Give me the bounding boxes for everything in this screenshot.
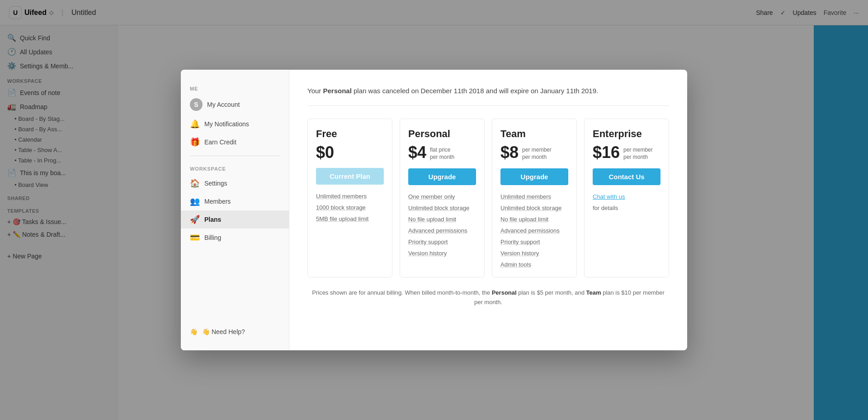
free-price-amount: $0 (316, 144, 334, 161)
enterprise-price-desc-1: per member (623, 146, 653, 154)
team-price-desc-2: per month (522, 153, 552, 161)
team-plan-features: Unlimited members Unlimited block storag… (500, 193, 568, 268)
personal-feature-3: No file upload limit (408, 216, 476, 223)
plan-notice: Your Personal plan was canceled on Decem… (307, 86, 669, 106)
billing-icon: 💳 (190, 233, 200, 243)
team-feature-1: Unlimited members (500, 193, 568, 200)
free-feature-2: 1000 block storage (316, 204, 384, 211)
modal-main-content: Your Personal plan was canceled on Decem… (289, 70, 687, 350)
notice-pre: Your (307, 87, 323, 95)
gift-icon: 🎁 (190, 137, 200, 147)
enterprise-contact-button[interactable]: Contact Us (593, 168, 660, 185)
personal-feature-4: Advanced permissions (408, 227, 476, 234)
modal-members[interactable]: 👥 Members (181, 192, 289, 210)
pricing-note-mid: plan is $5 per month, and (517, 289, 586, 296)
free-plan-name: Free (316, 128, 384, 140)
team-feature-4: Advanced permissions (500, 227, 568, 234)
plan-card-team: Team $8 per member per month Upgrade Unl… (492, 119, 577, 278)
enterprise-plan-price: $16 per member per month (593, 144, 660, 162)
need-help-item[interactable]: 👋 👋 Need Help? (181, 324, 289, 339)
enterprise-plan-features: Chat with us for details (593, 193, 660, 268)
modal-earn-credit[interactable]: 🎁 Earn Credit (181, 133, 289, 151)
modal-overlay[interactable]: ME S My Account 🔔 My Notifications 🎁 Ear… (0, 0, 868, 420)
personal-price-desc: flat price per month (430, 144, 454, 162)
personal-plan-features: One member only Unlimited block storage … (408, 193, 476, 268)
user-avatar: S (190, 98, 203, 111)
pricing-note: Prices shown are for annual billing. Whe… (307, 288, 669, 307)
settings-label: Settings (204, 180, 227, 187)
free-plan-price: $0 (316, 144, 384, 161)
enterprise-price-desc: per member per month (623, 144, 653, 162)
modal-sidebar-divider (190, 156, 280, 156)
earn-credit-label: Earn Credit (204, 138, 236, 146)
team-price-desc-1: per member (522, 146, 552, 154)
personal-price-desc-1: flat price (430, 146, 454, 154)
rocket-icon: 🚀 (190, 215, 200, 224)
my-notifications-label: My Notifications (204, 120, 249, 128)
team-feature-2: Unlimited block storage (500, 205, 568, 211)
personal-price-desc-2: per month (430, 153, 454, 161)
enterprise-price-desc-2: per month (623, 153, 653, 161)
personal-feature-1: One member only (408, 193, 476, 200)
team-feature-5: Priority support (500, 239, 568, 245)
personal-feature-5: Priority support (408, 239, 476, 245)
personal-price-amount: $4 (408, 144, 426, 161)
modal-workspace-section: WORKSPACE (181, 161, 289, 174)
home-icon: 🏠 (190, 178, 200, 188)
free-feature-1: Unlimited members (316, 193, 384, 200)
members-icon: 👥 (190, 196, 200, 206)
team-feature-6: Version history (500, 250, 568, 257)
modal-plans[interactable]: 🚀 Plans (181, 210, 289, 229)
pricing-note-team: Team (586, 289, 601, 296)
team-feature-7: Admin tools (500, 261, 568, 268)
notice-rest: plan was canceled on December 11th 2018 … (352, 87, 598, 95)
modal-need-help[interactable]: 👋 👋 Need Help? (181, 324, 289, 339)
team-plan-name: Team (500, 128, 568, 140)
enterprise-chat-link[interactable]: Chat with us (593, 193, 660, 200)
billing-label: Billing (204, 234, 221, 241)
modal-settings[interactable]: 🏠 Settings (181, 174, 289, 192)
notifications-icon: 🔔 (190, 119, 200, 129)
notice-bold: Personal (323, 87, 351, 95)
team-feature-3: No file upload limit (500, 216, 568, 223)
team-upgrade-button[interactable]: Upgrade (500, 168, 568, 185)
personal-upgrade-button[interactable]: Upgrade (408, 168, 476, 185)
modal-billing[interactable]: 💳 Billing (181, 229, 289, 247)
personal-plan-name: Personal (408, 128, 476, 140)
enterprise-chat-suffix: for details (593, 205, 660, 211)
free-plan-button[interactable]: Current Plan (316, 168, 384, 185)
wave-icon: 👋 (190, 328, 198, 335)
plans-modal: ME S My Account 🔔 My Notifications 🎁 Ear… (181, 70, 687, 350)
my-account-label: My Account (207, 101, 240, 108)
plan-card-free: Free $0 Current Plan Unlimited members 1… (307, 119, 392, 278)
pricing-note-pre: Prices shown are for annual billing. Whe… (312, 289, 491, 296)
plans-grid: Free $0 Current Plan Unlimited members 1… (307, 119, 669, 278)
free-feature-3: 5MB file upload limit (316, 215, 384, 222)
personal-feature-6: Version history (408, 250, 476, 257)
modal-my-account[interactable]: S My Account (181, 94, 289, 115)
plans-label: Plans (204, 216, 221, 223)
need-help-label: 👋 Need Help? (202, 328, 245, 335)
modal-sidebar: ME S My Account 🔔 My Notifications 🎁 Ear… (181, 70, 289, 350)
free-plan-features: Unlimited members 1000 block storage 5MB… (316, 193, 384, 268)
enterprise-price-amount: $16 (593, 144, 620, 161)
pricing-note-personal: Personal (492, 289, 517, 296)
modal-me-section: ME (181, 81, 289, 94)
team-plan-price: $8 per member per month (500, 144, 568, 162)
members-label: Members (204, 198, 231, 205)
enterprise-plan-name: Enterprise (593, 128, 660, 140)
modal-my-notifications[interactable]: 🔔 My Notifications (181, 115, 289, 133)
team-price-amount: $8 (500, 144, 519, 161)
team-price-desc: per member per month (522, 144, 552, 162)
plan-card-enterprise: Enterprise $16 per member per month Cont… (584, 119, 669, 278)
personal-feature-2: Unlimited block storage (408, 205, 476, 211)
personal-plan-price: $4 flat price per month (408, 144, 476, 162)
plan-card-personal: Personal $4 flat price per month Upgrade… (400, 119, 485, 278)
